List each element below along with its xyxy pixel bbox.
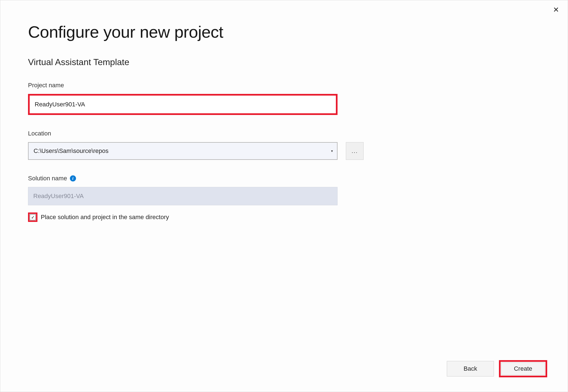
project-name-input-wrap <box>28 94 338 115</box>
dialog-button-bar: Back Create <box>447 360 547 377</box>
back-button[interactable]: Back <box>447 361 494 376</box>
info-icon[interactable]: i <box>70 175 76 181</box>
solution-name-label-row: Solution name i <box>28 175 540 182</box>
location-input[interactable] <box>29 143 327 159</box>
solution-name-label: Solution name <box>28 175 67 182</box>
same-directory-label: Place solution and project in the same d… <box>41 214 169 221</box>
browse-location-button[interactable]: ... <box>346 142 364 160</box>
project-name-input[interactable] <box>30 96 336 113</box>
template-subtitle: Virtual Assistant Template <box>28 57 540 67</box>
configure-project-dialog: ✕ Configure your new project Virtual Ass… <box>0 0 568 392</box>
create-button-highlight: Create <box>499 360 547 377</box>
solution-name-field-block: Solution name i ReadyUser901-VA ✓ Place … <box>28 175 540 222</box>
location-field-block: Location ▾ ... <box>28 130 540 160</box>
location-combobox[interactable]: ▾ <box>28 142 338 160</box>
same-directory-checkbox[interactable]: ✓ <box>30 214 36 220</box>
solution-name-input: ReadyUser901-VA <box>28 187 338 205</box>
chevron-down-icon[interactable]: ▾ <box>327 143 337 159</box>
project-name-field-block: Project name <box>28 82 540 115</box>
page-title: Configure your new project <box>28 22 540 42</box>
check-icon: ✓ <box>31 215 35 220</box>
project-name-label: Project name <box>28 82 540 89</box>
close-icon[interactable]: ✕ <box>551 4 562 15</box>
create-button[interactable]: Create <box>501 362 545 375</box>
location-label: Location <box>28 130 540 137</box>
same-directory-checkbox-highlight: ✓ <box>28 212 37 222</box>
same-directory-row: ✓ Place solution and project in the same… <box>28 212 540 222</box>
